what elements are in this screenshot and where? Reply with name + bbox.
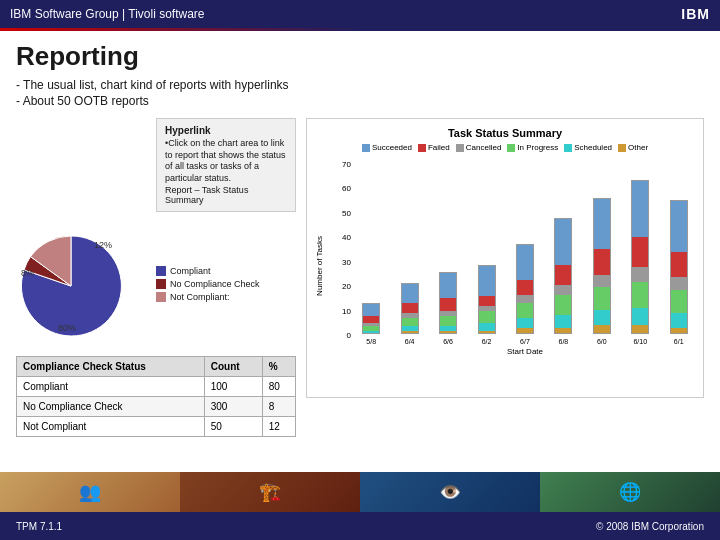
bar-segment-scheduled	[479, 323, 495, 330]
legend-color-box	[618, 144, 626, 152]
bar-group	[624, 180, 656, 334]
bar-segment-succeeded	[440, 273, 456, 298]
hyperlink-title: Hyperlink	[165, 125, 287, 136]
bar-segment-other	[555, 328, 571, 333]
legend-label: In Progress	[517, 143, 558, 152]
pie-legend: Compliant No Compliance Check Not Compli…	[156, 266, 260, 305]
footer-images: 👥 🏗️ 👁️ 🌐	[0, 472, 720, 512]
bar-segment-other	[671, 328, 687, 333]
bar-segment-inprogress	[555, 295, 571, 315]
svg-text:8%: 8%	[21, 268, 34, 278]
bar-segment-failed	[517, 280, 533, 295]
bar-segment-scheduled	[363, 331, 379, 333]
bullets: - The usual list, chart kind of reports …	[16, 78, 704, 108]
bullet-1: - The usual list, chart kind of reports …	[16, 78, 704, 92]
bar-segment-inprogress	[479, 311, 495, 323]
bar-segment-failed	[594, 249, 610, 274]
col-header-pct: %	[262, 356, 295, 376]
pie-chart: 12% 8% 80%	[16, 226, 146, 346]
bar-segment-succeeded	[671, 201, 687, 252]
y-axis-label: Number of Tasks	[315, 236, 329, 296]
hyperlink-text: •Click on the chart area to link to repo…	[165, 138, 287, 185]
x-axis-tick: 6/10	[624, 338, 656, 345]
bar-segment-other	[594, 325, 610, 333]
bar-segment-cancelled	[517, 295, 533, 303]
legend-color-box	[507, 144, 515, 152]
y-axis-tick: 10	[342, 307, 351, 316]
bar-segment-inprogress	[594, 287, 610, 310]
stacked-bar	[554, 218, 572, 334]
bar-segment-scheduled	[517, 318, 533, 328]
stacked-bar	[478, 265, 496, 334]
y-axis-tick: 20	[342, 282, 351, 291]
bar-segment-scheduled	[632, 308, 648, 326]
chart-legend-item: Other	[618, 143, 648, 152]
svg-text:12%: 12%	[94, 240, 112, 250]
bar-segment-cancelled	[555, 285, 571, 295]
bar-segment-other	[402, 331, 418, 333]
x-axis-title: Start Date	[355, 347, 695, 356]
content-area: Hyperlink •Click on the chart area to li…	[16, 118, 704, 437]
x-axis-tick: 6/7	[509, 338, 541, 345]
legend-label: Failed	[428, 143, 450, 152]
chart-legend: SucceededFailedCancelledIn ProgressSched…	[315, 143, 695, 152]
table-cell: Not Compliant	[17, 416, 205, 436]
main-content: Reporting - The usual list, chart kind o…	[0, 31, 720, 447]
bar-segment-failed	[555, 265, 571, 285]
x-axis-tick: 6/8	[547, 338, 579, 345]
bar-segment-succeeded	[363, 304, 379, 316]
table-row: Compliant10080	[17, 376, 296, 396]
x-axis-tick: 6/1	[663, 338, 695, 345]
bullet-2: - About 50 OOTB reports	[16, 94, 704, 108]
chart-legend-item: Cancelled	[456, 143, 502, 152]
y-axis-tick: 30	[342, 258, 351, 267]
legend-label: Scheduled	[574, 143, 612, 152]
footer-copyright: © 2008 IBM Corporation	[596, 521, 704, 532]
legend-box-compliant	[156, 266, 166, 276]
table-row: No Compliance Check3008	[17, 396, 296, 416]
bar-group	[509, 244, 541, 334]
bar-segment-succeeded	[594, 199, 610, 250]
legend-label: Other	[628, 143, 648, 152]
pie-svg: 12% 8% 80%	[16, 226, 146, 346]
bar-segment-other	[632, 325, 648, 333]
svg-text:80%: 80%	[58, 323, 76, 333]
header: IBM Software Group | Tivoli software IBM	[0, 0, 720, 28]
bar-segment-failed	[440, 298, 456, 310]
col-header-status: Compliance Check Status	[17, 356, 205, 376]
stacked-bar	[439, 272, 457, 334]
y-axis: 706050403020100	[331, 160, 355, 340]
ibm-logo: IBM	[681, 6, 710, 22]
compliance-table: Compliance Check Status Count % Complian…	[16, 356, 296, 437]
y-axis-tick: 60	[342, 184, 351, 193]
legend-item-compliant: Compliant	[156, 266, 260, 276]
x-axis-tick: 6/6	[432, 338, 464, 345]
table-cell: 300	[204, 396, 262, 416]
stacked-bar	[362, 303, 380, 334]
stacked-bar	[593, 198, 611, 334]
legend-label-compliant: Compliant	[170, 266, 211, 276]
chart-legend-item: In Progress	[507, 143, 558, 152]
bar-group	[586, 198, 618, 334]
table-row: Not Compliant5012	[17, 416, 296, 436]
table-cell: 8	[262, 396, 295, 416]
bars-row	[355, 156, 695, 336]
table-cell: 12	[262, 416, 295, 436]
x-axis-tick: 6/0	[586, 338, 618, 345]
chart-container: Task Status Summary SucceededFailedCance…	[306, 118, 704, 398]
legend-item-notcompliant: Not Compliant:	[156, 292, 260, 302]
bar-segment-other	[517, 328, 533, 333]
bar-segment-succeeded	[479, 266, 495, 296]
bar-segment-cancelled	[632, 267, 648, 282]
y-axis-tick: 50	[342, 209, 351, 218]
header-title: IBM Software Group | Tivoli software	[10, 7, 205, 21]
bar-segment-succeeded	[555, 219, 571, 265]
bar-group	[547, 218, 579, 334]
bar-segment-scheduled	[671, 313, 687, 328]
bar-segment-inprogress	[440, 316, 456, 326]
legend-color-box	[456, 144, 464, 152]
x-labels: 5/86/46/66/26/76/86/06/106/1	[355, 338, 695, 345]
bar-group	[470, 265, 502, 334]
legend-color-box	[418, 144, 426, 152]
legend-label: Succeeded	[372, 143, 412, 152]
